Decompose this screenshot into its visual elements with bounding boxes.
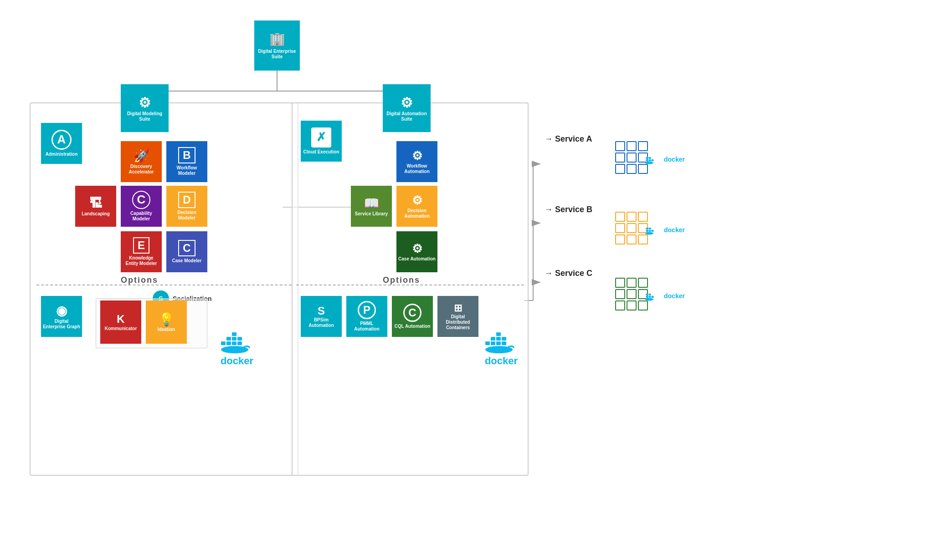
cube-cell: [615, 164, 625, 174]
digital-distributed-containers-tile[interactable]: ⊞ Digital Distributed Containers: [437, 296, 478, 337]
digital-automation-suite-label: Digital Automation Suite: [385, 111, 429, 122]
cube-cell: [627, 223, 637, 233]
presentation-icon: B: [178, 147, 195, 164]
svg-rect-44: [646, 296, 648, 298]
decision-modeler-tile[interactable]: D Decision Modeler: [166, 186, 207, 227]
cube-cell: [615, 278, 625, 288]
svg-rect-30: [496, 332, 501, 336]
containers-icon: ⊞: [454, 302, 462, 314]
digital-enterprise-graph-tile[interactable]: ◉ Digital Enterprise Graph: [41, 296, 82, 337]
svg-rect-47: [646, 294, 648, 295]
service-b-docker-icon: [645, 223, 663, 237]
knowledge-entity-modeler-tile[interactable]: E Knowledge Entity Modeler: [121, 231, 162, 272]
capability-modeler-label: Capability Modeler: [123, 211, 160, 222]
svg-rect-39: [649, 230, 651, 232]
digital-enterprise-graph-label: Digital Enterprise Graph: [43, 319, 80, 330]
workflow-automation-tile[interactable]: ⚙ Workflow Automation: [396, 141, 437, 182]
case-automation-tile[interactable]: ⚙ Case Automation: [396, 231, 437, 272]
capability-icon: C: [132, 191, 150, 209]
landscaping-tile[interactable]: 🏗 Landscaping: [75, 186, 116, 227]
svg-point-37: [645, 162, 653, 164]
gear-settings-icon: ⚙: [139, 95, 151, 111]
pmml-automation-tile[interactable]: P PMML Automation: [346, 296, 387, 337]
cube-cell: [615, 153, 625, 163]
cloud-icon: ✗: [311, 127, 331, 148]
cql-automation-tile[interactable]: C CQL Automation: [392, 296, 433, 337]
workflow-modeler-tile[interactable]: B Workflow Modeler: [166, 141, 207, 182]
bpsim-icon: S: [318, 305, 325, 318]
capability-modeler-tile[interactable]: C Capability Modeler: [121, 186, 162, 227]
decision-auto-icon: ⚙: [412, 193, 422, 208]
svg-rect-23: [485, 341, 490, 345]
svg-rect-26: [502, 341, 506, 345]
case-modeler-icon: C: [178, 240, 195, 257]
service-a-docker-label: docker: [664, 156, 685, 163]
decision-automation-tile[interactable]: ⚙ Decision Automation: [396, 186, 437, 227]
kommunicator-icon: K: [117, 313, 124, 326]
bpsim-automation-tile[interactable]: S BPSim Automation: [301, 296, 342, 337]
svg-rect-36: [649, 157, 651, 159]
knowledge-entity-modeler-label: Knowledge Entity Modeler: [123, 255, 160, 266]
cube-cell: [627, 278, 637, 288]
bpsim-automation-label: BPSim Automation: [303, 317, 340, 328]
diagram-container: 🏢 Digital Enterprise Suite ⚙ Digital Mod…: [0, 0, 925, 560]
svg-rect-18: [226, 337, 231, 341]
svg-rect-19: [232, 337, 236, 341]
case-automation-label: Case Automation: [398, 256, 436, 262]
administration-tile[interactable]: A Administration: [41, 123, 82, 164]
case-auto-icon: ⚙: [412, 242, 422, 256]
discovery-accelerator-tile[interactable]: 🚀 Discovery Accelerator: [121, 141, 162, 182]
kommunicator-label: Kommunicator: [105, 326, 137, 331]
svg-rect-29: [502, 337, 506, 341]
workflow-auto-icon: ⚙: [412, 149, 422, 163]
service-c-docker-label: docker: [664, 292, 685, 300]
service-library-tile[interactable]: 📖 Service Library: [351, 186, 392, 227]
svg-rect-42: [649, 228, 651, 229]
cube-cell: [627, 212, 637, 222]
service-a-docker-icon: [645, 153, 663, 166]
service-c-docker: docker: [645, 289, 685, 303]
svg-rect-40: [652, 230, 654, 232]
digital-modeling-suite-label: Digital Modeling Suite: [123, 111, 167, 122]
discovery-accelerator-label: Discovery Accelerator: [123, 164, 160, 175]
ideation-tile[interactable]: 💡 Ideation: [146, 300, 187, 344]
digital-enterprise-suite-tile[interactable]: 🏢 Digital Enterprise Suite: [254, 20, 300, 71]
administration-label: Administration: [46, 152, 78, 157]
svg-rect-24: [491, 341, 495, 345]
cube-cell: [627, 141, 637, 151]
workflow-automation-label: Workflow Automation: [398, 163, 436, 174]
docker-left: docker: [219, 328, 255, 367]
cube-cell: [615, 234, 625, 244]
cql-automation-label: CQL Automation: [395, 324, 431, 329]
digital-automation-suite-tile[interactable]: ⚙ Digital Automation Suite: [383, 84, 431, 132]
cube-cell: [638, 278, 648, 288]
rocket-icon: 🚀: [134, 148, 149, 164]
svg-rect-14: [221, 341, 226, 345]
svg-rect-34: [652, 159, 654, 161]
cube-cell: [615, 212, 625, 222]
landscaping-icon: 🏗: [89, 196, 102, 211]
cube-cell: [627, 234, 637, 244]
svg-rect-21: [232, 332, 236, 336]
service-a-cube-grid: [615, 141, 648, 174]
cloud-execution-tile[interactable]: ✗ Cloud Execution: [301, 121, 342, 162]
building-icon: 🏢: [269, 31, 285, 47]
service-b-docker-label: docker: [664, 226, 685, 234]
svg-rect-25: [496, 341, 501, 345]
case-modeler-tile[interactable]: C Case Modeler: [166, 231, 207, 272]
svg-point-49: [645, 298, 653, 301]
service-c-cube-grid: [615, 278, 648, 311]
svg-rect-15: [226, 341, 231, 345]
cube-cell: [615, 300, 625, 311]
ideation-label: Ideation: [158, 327, 175, 332]
digital-modeling-suite-tile[interactable]: ⚙ Digital Modeling Suite: [121, 84, 169, 132]
right-options-label: Options: [383, 275, 420, 285]
svg-rect-38: [646, 230, 648, 232]
service-a-docker: docker: [645, 153, 685, 166]
cube-cell: [627, 164, 637, 174]
cube-cell: [627, 289, 637, 299]
cube-cell: [615, 141, 625, 151]
docker-right-label: docker: [485, 355, 518, 367]
kommunicator-tile[interactable]: K Kommunicator: [100, 300, 141, 344]
service-b-docker: docker: [645, 223, 685, 237]
